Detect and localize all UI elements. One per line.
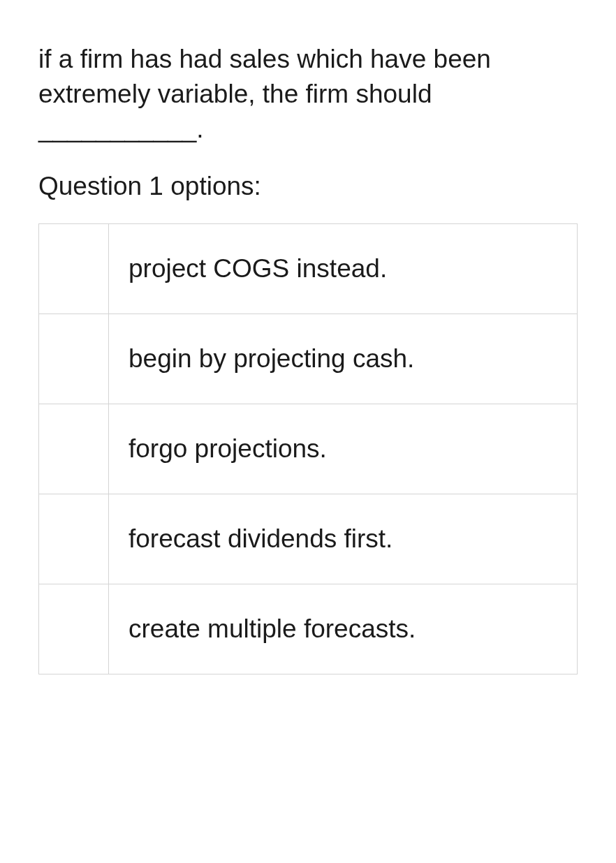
option-row[interactable]: begin by projecting cash. <box>39 314 578 404</box>
option-text: begin by projecting cash. <box>109 314 578 404</box>
option-text: project COGS instead. <box>109 223 578 314</box>
question-stem: if a firm has had sales which have been … <box>38 42 578 147</box>
options-table: project COGS instead. begin by projectin… <box>38 223 578 674</box>
option-text: forecast dividends first. <box>109 494 578 584</box>
option-selector[interactable] <box>39 223 109 314</box>
option-row[interactable]: forecast dividends first. <box>39 494 578 584</box>
option-row[interactable]: forgo projections. <box>39 404 578 494</box>
options-label: Question 1 options: <box>38 169 578 204</box>
option-selector[interactable] <box>39 314 109 404</box>
option-selector[interactable] <box>39 404 109 494</box>
option-selector[interactable] <box>39 494 109 584</box>
option-selector[interactable] <box>39 584 109 674</box>
option-text: create multiple forecasts. <box>109 584 578 674</box>
option-text: forgo projections. <box>109 404 578 494</box>
option-row[interactable]: project COGS instead. <box>39 223 578 314</box>
option-row[interactable]: create multiple forecasts. <box>39 584 578 674</box>
